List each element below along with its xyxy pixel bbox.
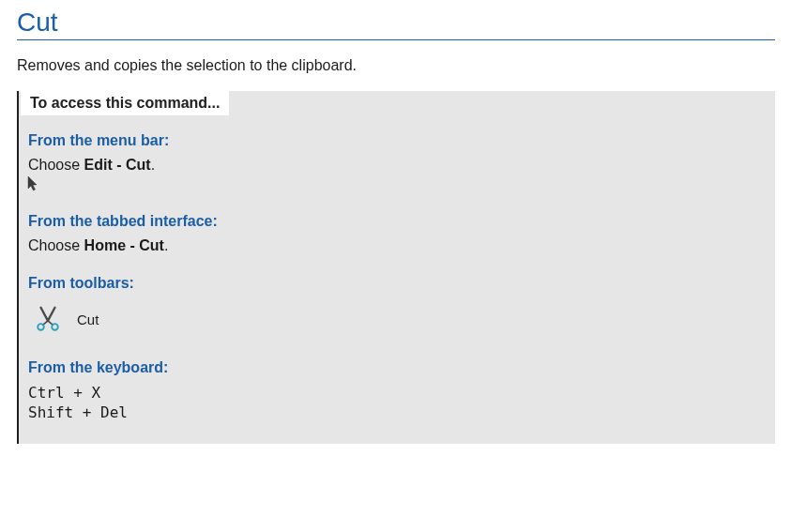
toolbar-row: Cut bbox=[28, 299, 766, 339]
menu-bar-instruction: Choose Edit - Cut. bbox=[28, 157, 766, 174]
scissors-icon bbox=[34, 305, 62, 333]
tabbed-prefix: Choose bbox=[28, 237, 84, 253]
section-toolbars-title: From toolbars: bbox=[28, 275, 766, 292]
svg-point-1 bbox=[38, 324, 44, 330]
menu-bar-prefix: Choose bbox=[28, 157, 84, 173]
tabbed-instruction: Choose Home - Cut. bbox=[28, 237, 766, 254]
description-text: Removes and copies the selection to the … bbox=[17, 57, 775, 74]
svg-point-0 bbox=[47, 318, 49, 320]
section-menu-bar-title: From the menu bar: bbox=[28, 132, 766, 149]
svg-point-2 bbox=[52, 324, 58, 330]
section-tabbed-title: From the tabbed interface: bbox=[28, 213, 766, 230]
cursor-icon bbox=[26, 175, 39, 192]
shortcut-1: Ctrl + X bbox=[28, 384, 766, 402]
section-keyboard-title: From the keyboard: bbox=[28, 359, 766, 376]
menu-bar-path: Edit - Cut bbox=[84, 157, 151, 173]
page-title: Cut bbox=[17, 2, 775, 40]
tabbed-path: Home - Cut bbox=[84, 237, 164, 253]
toolbar-cut-label: Cut bbox=[77, 312, 99, 327]
tabbed-suffix: . bbox=[164, 237, 168, 253]
shortcut-2: Shift + Del bbox=[28, 403, 766, 421]
access-header: To access this command... bbox=[21, 91, 229, 115]
access-command-box: To access this command... From the menu … bbox=[17, 91, 775, 444]
menu-bar-suffix: . bbox=[151, 157, 155, 173]
